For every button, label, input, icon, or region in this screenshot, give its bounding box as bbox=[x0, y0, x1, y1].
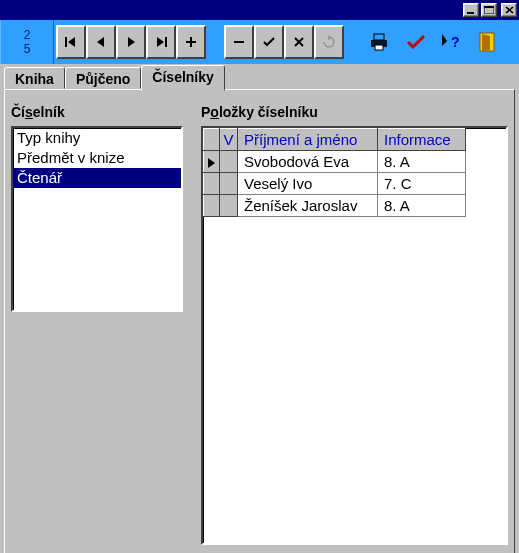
tab-pujceno[interactable]: Půjčeno bbox=[65, 67, 141, 89]
tab-ciselniky[interactable]: Číselníky bbox=[141, 65, 224, 91]
check-button[interactable] bbox=[398, 25, 434, 59]
nav-last-button[interactable] bbox=[146, 25, 176, 59]
nav-first-button[interactable] bbox=[56, 25, 86, 59]
svg-rect-2 bbox=[484, 6, 494, 8]
svg-rect-19 bbox=[375, 45, 383, 50]
titlebar bbox=[0, 0, 519, 20]
maximize-button[interactable] bbox=[481, 3, 497, 17]
svg-rect-5 bbox=[65, 37, 67, 47]
svg-rect-17 bbox=[374, 34, 384, 40]
row-indicator-icon bbox=[204, 195, 220, 217]
table-row[interactable]: Ženíšek Jaroslav 8. A bbox=[204, 195, 466, 217]
cell-info[interactable]: 7. C bbox=[378, 173, 466, 195]
table-row[interactable]: Veselý Ivo 7. C bbox=[204, 173, 466, 195]
grid-corner bbox=[204, 129, 220, 151]
toolbar: 2 5 ? bbox=[0, 20, 519, 64]
cell-info[interactable]: 8. A bbox=[378, 195, 466, 217]
cell-name[interactable]: Svobodová Eva bbox=[238, 151, 378, 173]
svg-marker-9 bbox=[157, 37, 164, 47]
svg-text:?: ? bbox=[451, 34, 460, 50]
counter-total: 5 bbox=[24, 42, 31, 56]
svg-rect-0 bbox=[467, 12, 474, 14]
remove-button[interactable] bbox=[224, 25, 254, 59]
cell-name[interactable]: Veselý Ivo bbox=[238, 173, 378, 195]
grid-col-info[interactable]: Informace bbox=[378, 129, 466, 151]
row-select-cell[interactable] bbox=[220, 151, 238, 173]
cancel-button[interactable] bbox=[284, 25, 314, 59]
list-item[interactable]: Typ knihy bbox=[13, 128, 181, 148]
counter-current: 2 bbox=[24, 28, 31, 42]
grid-col-name[interactable]: Příjmení a jméno bbox=[238, 129, 378, 151]
svg-marker-8 bbox=[128, 37, 135, 47]
svg-rect-10 bbox=[165, 37, 167, 47]
svg-marker-20 bbox=[442, 34, 447, 46]
nav-prev-button[interactable] bbox=[86, 25, 116, 59]
list-item[interactable]: Předmět v knize bbox=[13, 148, 181, 168]
row-select-cell[interactable] bbox=[220, 173, 238, 195]
cell-name[interactable]: Ženíšek Jaroslav bbox=[238, 195, 378, 217]
help-button[interactable]: ? bbox=[434, 25, 470, 59]
ciselnik-heading: Číselník bbox=[11, 104, 183, 120]
minimize-button[interactable] bbox=[463, 3, 479, 17]
polozky-heading: Položky číselníku bbox=[201, 104, 508, 120]
svg-marker-23 bbox=[482, 34, 490, 51]
list-item[interactable]: Čtenář bbox=[13, 168, 181, 188]
exit-button[interactable] bbox=[470, 25, 506, 59]
svg-rect-12 bbox=[186, 41, 196, 43]
svg-marker-7 bbox=[97, 37, 104, 47]
tab-panel: Číselník Typ knihy Předmět v knize Čtená… bbox=[4, 89, 515, 553]
nav-next-button[interactable] bbox=[116, 25, 146, 59]
tab-kniha[interactable]: Kniha bbox=[4, 67, 65, 89]
row-select-cell[interactable] bbox=[220, 195, 238, 217]
grid-col-select[interactable]: V bbox=[220, 129, 238, 151]
record-counter: 2 5 bbox=[0, 20, 54, 64]
print-button[interactable] bbox=[362, 25, 398, 59]
close-button[interactable] bbox=[501, 3, 517, 17]
svg-rect-13 bbox=[234, 41, 244, 43]
right-pane: Položky číselníku V Příjmení a jméno Inf… bbox=[201, 104, 508, 545]
tab-bar: Kniha Půjčeno Číselníky bbox=[0, 65, 519, 89]
ciselnik-list[interactable]: Typ knihy Předmět v knize Čtenář bbox=[11, 126, 183, 312]
add-button[interactable] bbox=[176, 25, 206, 59]
commit-button[interactable] bbox=[254, 25, 284, 59]
row-indicator-icon bbox=[204, 173, 220, 195]
cell-info[interactable]: 8. A bbox=[378, 151, 466, 173]
refresh-button bbox=[314, 25, 344, 59]
svg-marker-6 bbox=[68, 37, 75, 47]
data-grid[interactable]: V Příjmení a jméno Informace Svobodová E… bbox=[201, 126, 508, 545]
table-row[interactable]: Svobodová Eva 8. A bbox=[204, 151, 466, 173]
content-area: Kniha Půjčeno Číselníky Číselník Typ kni… bbox=[0, 65, 519, 553]
left-pane: Číselník Typ knihy Předmět v knize Čtená… bbox=[11, 104, 183, 545]
row-indicator-icon bbox=[204, 151, 220, 173]
